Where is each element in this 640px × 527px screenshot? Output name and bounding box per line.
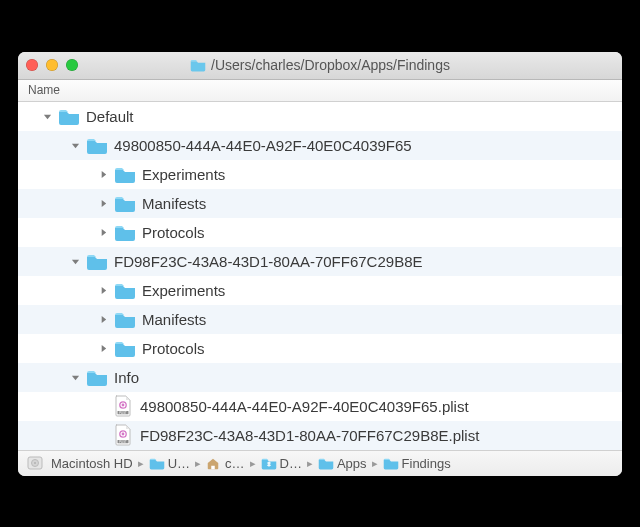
folder-icon bbox=[114, 194, 136, 212]
folder-icon bbox=[190, 58, 206, 72]
disclosure-closed-icon[interactable] bbox=[96, 312, 110, 326]
disclosure-open-icon[interactable] bbox=[68, 370, 82, 384]
item-name: Experiments bbox=[142, 166, 225, 183]
dropbox-folder-icon bbox=[261, 456, 277, 470]
folder-icon bbox=[383, 456, 399, 470]
disclosure-closed-icon[interactable] bbox=[96, 196, 110, 210]
item-name: Manifests bbox=[142, 195, 206, 212]
path-separator-icon: ▸ bbox=[250, 457, 256, 470]
item-name: FD98F23C-43A8-43D1-80AA-70FF67C29B8E.pli… bbox=[140, 427, 479, 444]
column-header[interactable]: Name bbox=[18, 80, 622, 102]
list-item[interactable]: Experiments bbox=[18, 160, 622, 189]
disclosure-open-icon[interactable] bbox=[68, 138, 82, 152]
home-icon bbox=[206, 456, 222, 470]
folder-icon bbox=[86, 136, 108, 154]
list-item[interactable]: Experiments bbox=[18, 276, 622, 305]
plist-file-icon: PLIST bbox=[114, 395, 132, 417]
path-separator-icon: ▸ bbox=[138, 457, 144, 470]
file-list: Default49800850-444A-44E0-A92F-40E0C4039… bbox=[18, 102, 622, 450]
folder-icon bbox=[114, 281, 136, 299]
item-name: Protocols bbox=[142, 340, 205, 357]
folder-icon bbox=[114, 339, 136, 357]
folder-icon bbox=[318, 456, 334, 470]
folder-icon bbox=[86, 368, 108, 386]
disclosure-closed-icon[interactable] bbox=[96, 341, 110, 355]
item-name: Manifests bbox=[142, 311, 206, 328]
disclosure-placeholder bbox=[96, 399, 110, 413]
path-separator-icon: ▸ bbox=[372, 457, 378, 470]
path-segment[interactable]: Macintosh HD bbox=[26, 454, 133, 472]
item-name: FD98F23C-43A8-43D1-80AA-70FF67C29B8E bbox=[114, 253, 423, 270]
window-title: /Users/charles/Dropbox/Apps/Findings bbox=[86, 57, 554, 73]
item-name: Protocols bbox=[142, 224, 205, 241]
titlebar[interactable]: /Users/charles/Dropbox/Apps/Findings bbox=[18, 52, 622, 80]
path-segment-label: D… bbox=[280, 456, 302, 471]
path-segment-label: c… bbox=[225, 456, 245, 471]
item-name: 49800850-444A-44E0-A92F-40E0C4039F65 bbox=[114, 137, 412, 154]
list-item[interactable]: PLIST49800850-444A-44E0-A92F-40E0C4039F6… bbox=[18, 392, 622, 421]
traffic-lights bbox=[26, 59, 78, 71]
disclosure-placeholder bbox=[96, 428, 110, 442]
disclosure-closed-icon[interactable] bbox=[96, 283, 110, 297]
item-name: Default bbox=[86, 108, 134, 125]
folder-icon bbox=[114, 165, 136, 183]
path-segment-label: Macintosh HD bbox=[51, 456, 133, 471]
list-item[interactable]: PLISTFD98F23C-43A8-43D1-80AA-70FF67C29B8… bbox=[18, 421, 622, 450]
disclosure-open-icon[interactable] bbox=[40, 109, 54, 123]
svg-text:PLIST: PLIST bbox=[119, 440, 127, 444]
list-item[interactable]: Protocols bbox=[18, 334, 622, 363]
zoom-button[interactable] bbox=[66, 59, 78, 71]
path-bar: Macintosh HD▸U…▸c…▸D…▸Apps▸Findings bbox=[18, 450, 622, 476]
item-name: 49800850-444A-44E0-A92F-40E0C4039F65.pli… bbox=[140, 398, 469, 415]
svg-point-1 bbox=[122, 404, 125, 407]
path-segment[interactable]: Findings bbox=[383, 456, 451, 471]
item-name: Experiments bbox=[142, 282, 225, 299]
folder-icon bbox=[58, 107, 80, 125]
window-title-text: /Users/charles/Dropbox/Apps/Findings bbox=[211, 57, 450, 73]
svg-point-10 bbox=[34, 462, 36, 464]
path-segment-label: Findings bbox=[402, 456, 451, 471]
list-item[interactable]: Protocols bbox=[18, 218, 622, 247]
disclosure-closed-icon[interactable] bbox=[96, 225, 110, 239]
path-segment[interactable]: Apps bbox=[318, 456, 367, 471]
close-button[interactable] bbox=[26, 59, 38, 71]
list-item[interactable]: 49800850-444A-44E0-A92F-40E0C4039F65 bbox=[18, 131, 622, 160]
disclosure-closed-icon[interactable] bbox=[96, 167, 110, 181]
folder-icon bbox=[114, 310, 136, 328]
path-segment[interactable]: D… bbox=[261, 456, 302, 471]
plist-file-icon: PLIST bbox=[114, 424, 132, 446]
svg-point-5 bbox=[122, 433, 125, 436]
minimize-button[interactable] bbox=[46, 59, 58, 71]
folder-icon bbox=[86, 252, 108, 270]
folder-icon bbox=[114, 223, 136, 241]
path-segment-label: Apps bbox=[337, 456, 367, 471]
path-segment-label: U… bbox=[168, 456, 190, 471]
path-separator-icon: ▸ bbox=[307, 457, 313, 470]
list-item[interactable]: Info bbox=[18, 363, 622, 392]
list-item[interactable]: Manifests bbox=[18, 305, 622, 334]
hard-drive-icon bbox=[26, 454, 44, 472]
svg-text:PLIST: PLIST bbox=[119, 411, 127, 415]
path-segment[interactable]: U… bbox=[149, 456, 190, 471]
list-item[interactable]: FD98F23C-43A8-43D1-80AA-70FF67C29B8E bbox=[18, 247, 622, 276]
folder-icon bbox=[149, 456, 165, 470]
item-name: Info bbox=[114, 369, 139, 386]
list-item[interactable]: Manifests bbox=[18, 189, 622, 218]
list-item[interactable]: Default bbox=[18, 102, 622, 131]
finder-window: /Users/charles/Dropbox/Apps/Findings Nam… bbox=[18, 52, 622, 476]
column-header-name: Name bbox=[28, 83, 60, 97]
path-segment[interactable]: c… bbox=[206, 456, 245, 471]
path-separator-icon: ▸ bbox=[195, 457, 201, 470]
disclosure-open-icon[interactable] bbox=[68, 254, 82, 268]
